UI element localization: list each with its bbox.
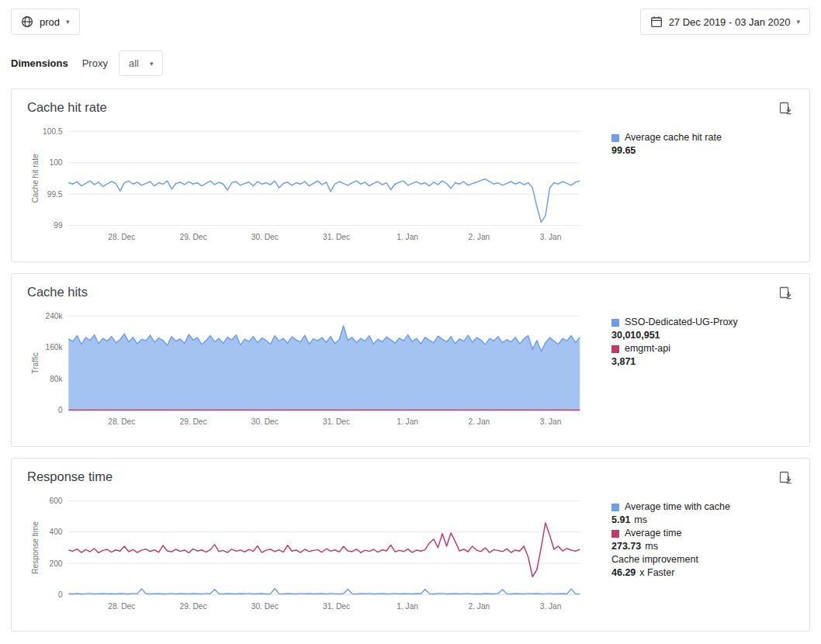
environment-selector[interactable]: prod ▾ xyxy=(11,9,80,35)
x-tick-label: 30. Dec xyxy=(251,233,279,241)
legend-label: Average time with cache xyxy=(625,500,730,514)
legend-swatch xyxy=(611,504,619,511)
legend-value: 46.29 xyxy=(611,567,636,578)
export-report-icon[interactable] xyxy=(777,100,794,120)
series-area xyxy=(68,326,580,410)
card-title: Cache hit rate xyxy=(27,100,107,115)
x-tick-label: 2. Jan xyxy=(469,602,490,611)
y-axis-title: Traffic xyxy=(31,352,40,374)
x-tick-label: 30. Dec xyxy=(251,602,279,611)
response-time-card: Response time 020040060028. Dec29. Dec30… xyxy=(11,458,810,632)
x-tick-label: 3. Jan xyxy=(540,417,562,426)
cache-hit-rate-card: Cache hit rate 9999.5100100.528. Dec29. … xyxy=(11,88,810,262)
legend-value-suffix: ms xyxy=(645,541,658,552)
top-bar: prod ▾ 27 Dec 2019 - 03 Jan 2020 ▾ xyxy=(0,0,821,35)
export-report-icon[interactable] xyxy=(777,285,794,305)
x-tick-label: 29. Dec xyxy=(180,417,207,426)
y-axis-title: Cache hit rate xyxy=(31,154,40,203)
chart-legend: Average time with cache5.91msAverage tim… xyxy=(611,500,794,580)
chart-legend: SSO-Dedicated-UG-Proxy30,010,951emgmt-ap… xyxy=(611,316,794,369)
x-tick-label: 30. Dec xyxy=(251,417,279,426)
legend-swatch xyxy=(611,345,619,353)
legend-item: Average time273.73ms xyxy=(611,527,794,553)
y-tick-label: 99 xyxy=(54,221,63,230)
legend-swatch xyxy=(611,530,619,538)
x-tick-label: 3. Jan xyxy=(540,233,562,241)
dimensions-label: Dimensions xyxy=(11,57,68,69)
legend-item: emgmt-api3,871 xyxy=(611,342,794,369)
chevron-down-icon: ▾ xyxy=(66,18,70,26)
environment-label: prod xyxy=(40,16,60,28)
x-tick-label: 2. Jan xyxy=(469,417,490,426)
x-tick-label: 2. Jan xyxy=(469,233,490,241)
legend-item: SSO-Dedicated-UG-Proxy30,010,951 xyxy=(611,316,794,342)
x-tick-label: 3. Jan xyxy=(540,602,562,611)
cache-hit-rate-chart: 9999.5100100.528. Dec29. Dec30. Dec31. D… xyxy=(27,123,584,255)
legend-item: Cache improvement46.29x Faster xyxy=(611,553,794,580)
legend-item: Average cache hit rate99.65 xyxy=(611,131,794,158)
card-title: Response time xyxy=(27,469,113,484)
legend-value: 30,010,951 xyxy=(611,330,660,341)
chart-legend: Average cache hit rate99.65 xyxy=(611,131,794,158)
x-tick-label: 29. Dec xyxy=(180,602,207,611)
proxy-filter-label: Proxy xyxy=(82,57,108,69)
legend-item: Average time with cache5.91ms xyxy=(611,500,794,527)
cache-hits-card: Cache hits 080k160k240k28. Dec29. Dec30.… xyxy=(11,273,810,447)
response-time-chart: 020040060028. Dec29. Dec30. Dec31. Dec1.… xyxy=(27,493,584,625)
cache-hits-chart: 080k160k240k28. Dec29. Dec30. Dec31. Dec… xyxy=(27,308,584,440)
proxy-filter-dropdown[interactable]: all ▾ xyxy=(119,50,164,76)
y-tick-label: 400 xyxy=(50,528,63,536)
series-line xyxy=(68,179,580,223)
x-tick-label: 1. Jan xyxy=(397,602,418,611)
x-tick-label: 1. Jan xyxy=(397,417,418,426)
legend-swatch xyxy=(611,134,619,142)
series-line xyxy=(68,588,580,594)
x-tick-label: 29. Dec xyxy=(180,233,207,241)
legend-value-suffix: ms xyxy=(634,514,647,525)
x-tick-label: 1. Jan xyxy=(397,233,418,241)
y-tick-label: 160k xyxy=(46,343,64,351)
dimensions-bar: Dimensions Proxy all ▾ xyxy=(0,35,821,88)
y-tick-label: 80k xyxy=(50,375,63,383)
legend-swatch xyxy=(611,319,619,327)
series-line xyxy=(68,523,580,577)
y-tick-label: 99.5 xyxy=(47,190,63,199)
legend-value: 3,871 xyxy=(611,356,636,367)
calendar-icon xyxy=(650,16,663,28)
legend-value: 273.73 xyxy=(611,541,641,552)
x-tick-label: 28. Dec xyxy=(108,602,135,611)
y-tick-label: 100.5 xyxy=(43,127,63,136)
card-title: Cache hits xyxy=(27,285,88,299)
date-range-picker[interactable]: 27 Dec 2019 - 03 Jan 2020 ▾ xyxy=(640,9,810,35)
legend-value: 99.65 xyxy=(611,145,636,156)
chevron-down-icon: ▾ xyxy=(796,18,800,26)
legend-label: emgmt-api xyxy=(625,342,670,355)
x-tick-label: 28. Dec xyxy=(108,417,135,426)
chevron-down-icon: ▾ xyxy=(150,60,154,68)
date-range-label: 27 Dec 2019 - 03 Jan 2020 xyxy=(669,16,791,28)
y-tick-label: 0 xyxy=(58,590,63,599)
y-tick-label: 600 xyxy=(50,497,63,505)
y-axis-title: Response time xyxy=(31,521,40,574)
legend-value-suffix: x Faster xyxy=(639,567,674,578)
legend-label: Average cache hit rate xyxy=(625,131,722,144)
y-tick-label: 240k xyxy=(46,312,64,320)
legend-label: Average time xyxy=(625,527,681,540)
globe-icon xyxy=(21,16,33,28)
x-tick-label: 31. Dec xyxy=(323,233,350,241)
y-tick-label: 200 xyxy=(50,559,63,568)
x-tick-label: 28. Dec xyxy=(108,233,135,241)
x-tick-label: 31. Dec xyxy=(323,602,350,611)
legend-label: Cache improvement xyxy=(611,553,698,566)
proxy-filter-value: all xyxy=(129,57,139,69)
y-tick-label: 0 xyxy=(58,406,63,414)
legend-value: 5.91 xyxy=(611,514,630,525)
legend-label: SSO-Dedicated-UG-Proxy xyxy=(625,316,738,329)
export-report-icon[interactable] xyxy=(777,469,794,490)
x-tick-label: 31. Dec xyxy=(323,417,350,426)
y-tick-label: 100 xyxy=(50,158,63,167)
